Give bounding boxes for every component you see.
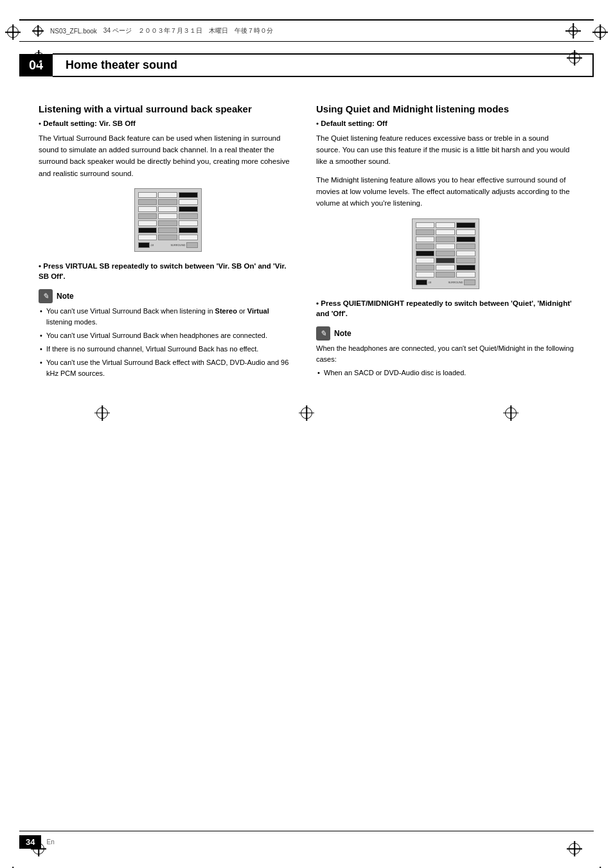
right-default-setting: • Default setting: Off [316, 120, 574, 127]
left-note-4: You can't use the Virtual Surround Back … [39, 357, 297, 379]
right-section-title: Using Quiet and Midnight listening modes [316, 103, 574, 116]
left-note-box: ✎ Note You can't use Virtual Surround Ba… [39, 289, 297, 379]
left-note-1: You can't use Virtual Surround Back when… [39, 306, 297, 328]
left-instruction: • Press VIRTUAL SB repeatedly to switch … [39, 261, 297, 281]
right-default-value: Off [377, 120, 387, 127]
left-display-image: -18 SURROUND [39, 188, 297, 252]
left-note-title: Note [57, 292, 74, 301]
print-time: 午後７時０分 [235, 26, 273, 35]
bottom-reg-left [94, 405, 110, 421]
print-header: NS03_ZFL.book 34 ページ ２００３年７月３１日 木曜日 午後７時… [19, 19, 594, 42]
left-section-title: Listening with a virtual surround back s… [39, 103, 297, 116]
right-instruction-text: Press QUIET/MIDNIGHT repeatedly to switc… [316, 299, 572, 317]
print-date: ２００３年７月３１日 [138, 26, 202, 35]
right-note-header: ✎ Note [316, 326, 574, 341]
page-number: 34 [19, 835, 41, 849]
chapter-header: 04 Home theater sound [19, 53, 594, 77]
left-note-header: ✎ Note [39, 289, 297, 303]
footer: 34 En [19, 831, 594, 849]
left-default-setting: • Default setting: Vir. SB Off [39, 120, 297, 127]
right-note-box: ✎ Note When the headphones are connected… [316, 326, 574, 378]
right-lcd: -18 SURROUND [412, 218, 479, 289]
left-body-text: The Virtual Surround Back feature can be… [39, 132, 297, 180]
right-column: Using Quiet and Midnight listening modes… [316, 103, 574, 386]
inner-reg-tr [567, 50, 582, 66]
note-icon-left: ✎ [39, 289, 53, 303]
left-lcd: -18 SURROUND [134, 188, 202, 252]
right-instruction: • Press QUIET/MIDNIGHT repeatedly to swi… [316, 298, 574, 319]
left-default-label: Default setting: [43, 120, 97, 127]
right-note-title: Note [334, 329, 351, 338]
inner-reg-tl [31, 50, 46, 66]
print-page-ref: 34 ページ [103, 26, 132, 35]
right-display-image: -18 SURROUND [316, 218, 574, 289]
corner-reg-tl [5, 24, 21, 40]
bottom-reg-center [299, 405, 314, 421]
page-lang: En [46, 838, 54, 846]
content-area: Listening with a virtual surround back s… [39, 96, 574, 386]
left-note-2: You can't use Virtual Surround Back when… [39, 330, 297, 341]
left-note-3: If there is no surround channel, Virtual… [39, 344, 297, 355]
footer-line: 34 En [19, 831, 594, 849]
left-column: Listening with a virtual surround back s… [39, 103, 297, 386]
right-note-intro: When the headphones are connected, you c… [316, 343, 574, 365]
right-note-1: When an SACD or DVD-Audio disc is loaded… [316, 368, 574, 378]
note-icon-right: ✎ [316, 326, 330, 341]
left-instruction-text: Press VIRTUAL SB repeatedly to switch be… [39, 262, 286, 280]
page: NS03_ZFL.book 34 ページ ２００３年７月３１日 木曜日 午後７時… [0, 19, 613, 868]
right-body-text-2: The Midnight listening feature allows yo… [316, 174, 574, 209]
corner-reg-tr [592, 24, 608, 40]
print-day: 木曜日 [209, 26, 228, 35]
bottom-reg-right [503, 405, 519, 421]
right-body-text-1: The Quiet listening feature reduces exce… [316, 132, 574, 168]
chapter-title: Home theater sound [53, 53, 594, 77]
right-default-label: Default setting: [321, 120, 375, 127]
print-info-text: NS03_ZFL.book [50, 28, 97, 35]
left-default-value: Vir. SB Off [99, 120, 136, 127]
bottom-registration [0, 405, 613, 434]
